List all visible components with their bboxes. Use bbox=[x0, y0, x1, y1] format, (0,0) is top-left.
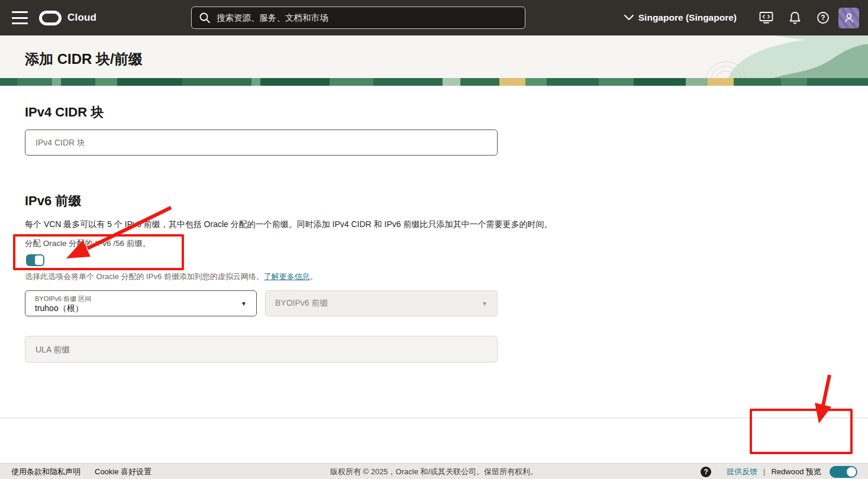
caret-down-icon: ▼ bbox=[241, 300, 247, 307]
region-selector[interactable]: Singapore (Singapore) bbox=[624, 12, 737, 23]
action-bar: 取消 添加 CIDR 块/前缀 bbox=[0, 417, 868, 463]
cloud-shell-icon[interactable] bbox=[752, 11, 780, 24]
byoipv6-range-value: truhoo（根） bbox=[35, 303, 83, 314]
ipv6-section-heading: IPv6 前缀 bbox=[25, 192, 81, 210]
page-header-banner: 添加 CIDR 块/前缀 bbox=[0, 35, 868, 86]
feedback-link[interactable]: 提供反馈 bbox=[727, 467, 757, 477]
ula-prefix-input bbox=[25, 336, 498, 363]
hamburger-menu-icon[interactable] bbox=[12, 11, 28, 24]
helper-period: 。 bbox=[310, 272, 318, 281]
person-icon bbox=[843, 12, 855, 24]
toggle-knob bbox=[35, 255, 43, 265]
region-label: Singapore (Singapore) bbox=[638, 12, 737, 23]
ipv6-helper-text: 选择此选项会将单个 Oracle 分配的 IPv6 前缀添加到您的虚拟云网络。了… bbox=[25, 271, 318, 282]
search-input[interactable] bbox=[217, 13, 518, 22]
topbar: Cloud Singapore (Singapore) bbox=[0, 0, 868, 35]
svg-text:?: ? bbox=[821, 14, 825, 22]
notifications-bell-icon[interactable] bbox=[780, 11, 809, 25]
ipv4-cidr-input[interactable] bbox=[25, 130, 498, 156]
redwood-preview-toggle[interactable] bbox=[830, 466, 857, 478]
footer-right-group: ? 提供反馈 | Redwood 预览 bbox=[701, 464, 857, 479]
annotation-arrow-toggle bbox=[66, 208, 171, 258]
redwood-preview-label: Redwood 预览 bbox=[771, 467, 821, 477]
byoipv6-range-label: BYOIPv6 前缀 区间 bbox=[35, 294, 91, 303]
byoipv6-range-select[interactable]: BYOIPv6 前缀 区间 truhoo（根） ▼ bbox=[25, 290, 257, 316]
byoipv6-prefix-placeholder: BYOIPv6 前缀 bbox=[275, 298, 328, 309]
oracle-ipv6-toggle-label: 分配 Oracle 分配的 IPv6 /56 前缀。 bbox=[25, 238, 150, 249]
banner-art-strip bbox=[0, 78, 868, 86]
ipv6-description: 每个 VCN 最多可以有 5 个 IPv6 前缀，其中包括 Oracle 分配的… bbox=[25, 219, 782, 230]
footer-separator: | bbox=[763, 467, 765, 476]
toggle-knob bbox=[847, 467, 856, 477]
chevron-down-icon bbox=[624, 15, 634, 21]
brand-label: Cloud bbox=[67, 12, 96, 24]
learn-more-link[interactable]: 了解更多信息 bbox=[264, 272, 310, 281]
user-avatar[interactable] bbox=[838, 8, 859, 28]
page-title: 添加 CIDR 块/前缀 bbox=[25, 50, 143, 69]
oracle-cloud-logo[interactable]: Cloud bbox=[39, 0, 96, 35]
add-cidr-page: Cloud Singapore (Singapore) bbox=[0, 0, 868, 479]
oracle-logo-icon bbox=[39, 11, 62, 25]
caret-down-icon: ▼ bbox=[482, 300, 488, 307]
footer-help-icon[interactable]: ? bbox=[701, 467, 711, 477]
helper-sentence: 选择此选项会将单个 Oracle 分配的 IPv6 前缀添加到您的虚拟云网络。 bbox=[25, 272, 264, 281]
annotation-arrow-submit bbox=[815, 375, 831, 423]
search-icon bbox=[199, 12, 211, 24]
ipv4-section-heading: IPv4 CIDR 块 bbox=[25, 103, 104, 121]
help-icon[interactable]: ? bbox=[809, 11, 837, 24]
footer: 使用条款和隐私声明 Cookie 喜好设置 版权所有 © 2025，Oracle… bbox=[0, 463, 868, 479]
global-search[interactable] bbox=[191, 7, 525, 29]
byoipv6-prefix-select-disabled: BYOIPv6 前缀 ▼ bbox=[265, 290, 498, 316]
oracle-ipv6-toggle[interactable] bbox=[26, 254, 44, 266]
topbar-right-group: Singapore (Singapore) ? bbox=[624, 0, 868, 35]
